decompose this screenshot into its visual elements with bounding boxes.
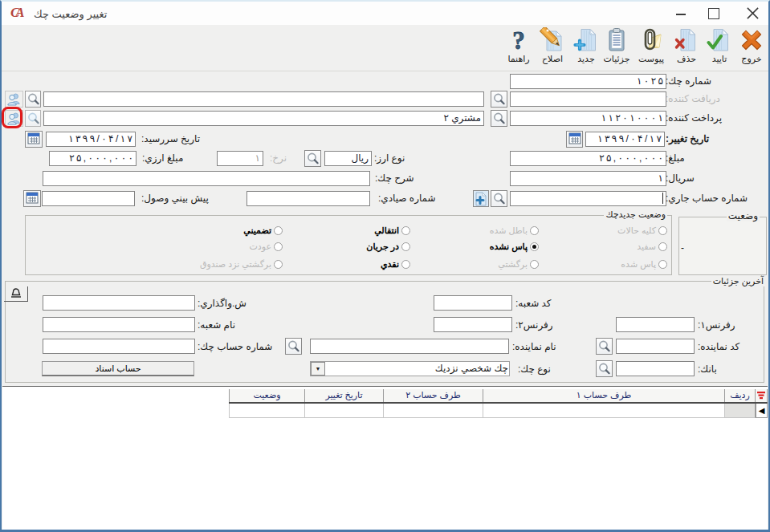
svg-text:?: ? [512, 27, 525, 53]
